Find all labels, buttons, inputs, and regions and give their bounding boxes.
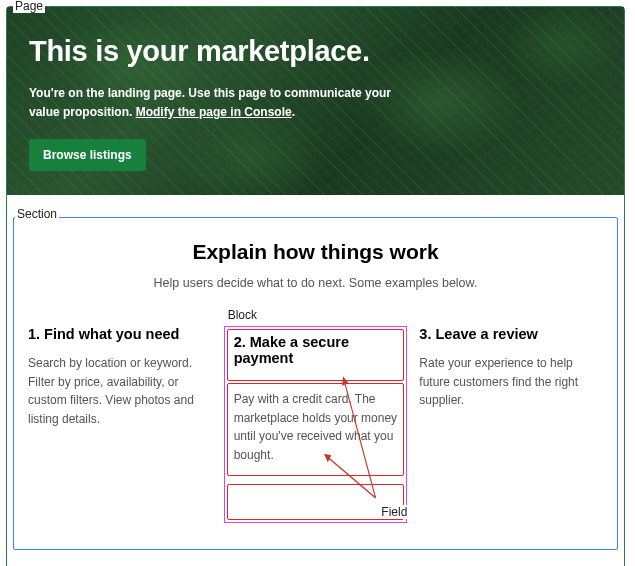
column-3-body: Rate your experience to help future cust… — [419, 354, 603, 410]
hero-title: This is your marketplace. — [29, 35, 602, 68]
modify-in-console-link[interactable]: Modify the page in Console — [136, 105, 292, 119]
hero-description: You're on the landing page. Use this pag… — [29, 84, 399, 121]
field-empty-box — [227, 484, 405, 520]
browse-listings-button[interactable]: Browse listings — [29, 139, 146, 171]
columns-row: 1. Find what you need Search by location… — [28, 326, 603, 522]
annotation-label-field: Field — [379, 505, 409, 519]
column-1-body: Search by location or keyword. Filter by… — [28, 354, 212, 428]
section-wrap: Section Explain how things work Help use… — [7, 209, 624, 559]
hero-content: This is your marketplace. You're on the … — [29, 35, 602, 171]
section-title: Explain how things work — [28, 240, 603, 264]
annotation-label-section: Section — [15, 207, 59, 221]
page-container: Page This is your marketplace. You're on… — [6, 6, 625, 566]
column-2-block: Block 2. Make a secure payment Pay with … — [224, 326, 408, 522]
how-it-works-section: Explain how things work Help users decid… — [13, 217, 618, 549]
column-3: 3. Leave a review Rate your experience t… — [419, 326, 603, 522]
block-box: 2. Make a secure payment Pay with a cred… — [224, 326, 408, 522]
column-2-body: Pay with a credit card. The marketplace … — [234, 390, 398, 464]
section-subtitle: Help users decide what to do next. Some … — [28, 276, 603, 290]
column-3-heading: 3. Leave a review — [419, 326, 603, 342]
column-2-heading: 2. Make a secure payment — [234, 334, 398, 366]
hero-section: This is your marketplace. You're on the … — [7, 7, 624, 195]
feature-section: Feature listings, categories, or locatio… — [7, 560, 624, 566]
field-heading-box: 2. Make a secure payment — [227, 329, 405, 381]
column-1-heading: 1. Find what you need — [28, 326, 212, 342]
annotation-label-block: Block — [226, 308, 259, 322]
annotation-label-page: Page — [13, 0, 45, 13]
hero-text-2: . — [292, 105, 295, 119]
column-1: 1. Find what you need Search by location… — [28, 326, 212, 522]
field-body-box: Pay with a credit card. The marketplace … — [227, 383, 405, 475]
